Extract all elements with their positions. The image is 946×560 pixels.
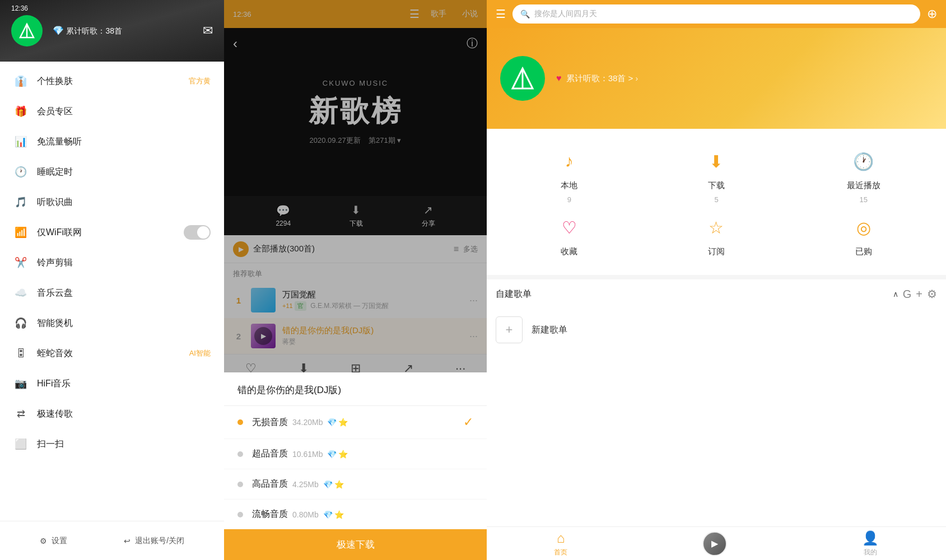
p3-listen-count: 累计听歌：38首 > xyxy=(566,73,633,83)
home-label: 首页 xyxy=(554,548,567,557)
wifi-icon: 📶 xyxy=(13,225,28,240)
diamond-icon: 💎 xyxy=(327,418,337,427)
home-icon: ⌂ xyxy=(557,530,565,546)
panel1-header: 12:36 💎 累计听歌：38首 ✉ xyxy=(0,0,224,62)
local-label: 本地 xyxy=(561,180,577,191)
menu-item-label: 睡眠定时 xyxy=(37,166,211,178)
menu-item-scan[interactable]: ⬜ 扫一扫 xyxy=(0,429,224,459)
favorite-label: 收藏 xyxy=(561,246,577,257)
star-icon-3: ⭐ xyxy=(334,480,344,489)
quality-size-smooth: 0.80Mb xyxy=(292,510,319,519)
menu-item-smart[interactable]: 🎧 智能煲机 xyxy=(0,308,224,338)
quality-list: 无损音质 34.20Mb 💎 ⭐ ✓ 超品音质 10.61Mb 💎 ⭐ xyxy=(224,406,487,529)
p3-menu-icon[interactable]: ☰ xyxy=(496,7,506,21)
menu-item-wifi[interactable]: 📶 仅WiFi联网 xyxy=(0,217,224,248)
p3-section-title: 自建歌单 xyxy=(496,288,888,300)
p3-avatar[interactable] xyxy=(500,56,545,101)
star-icon-2: ⭐ xyxy=(338,450,348,459)
quality-high[interactable]: 高品音质 4.25Mb 💎 ⭐ xyxy=(224,469,487,500)
player-thumbnail[interactable]: ▶ xyxy=(702,531,727,556)
menu-item-identify[interactable]: 🎵 听歌识曲 xyxy=(0,187,224,217)
p3-heart-icon: ♥ xyxy=(556,73,562,83)
purchased-icon: ◎ xyxy=(849,213,878,242)
menu-item-hifi[interactable]: 📷 HiFi音乐 xyxy=(0,368,224,399)
panel1-footer: ⚙ 设置 ↩ 退出账号/关闭 xyxy=(0,521,224,560)
recent-count: 15 xyxy=(859,195,867,204)
headphone-icon: 🎧 xyxy=(13,316,28,330)
quality-dot-high xyxy=(237,482,243,487)
settings-playlist-icon[interactable]: ⚙ xyxy=(927,287,937,301)
equalizer-icon: 🎛 xyxy=(13,346,28,361)
express-download-button[interactable]: 极速下载 xyxy=(224,529,487,560)
star-icon: ⭐ xyxy=(338,418,348,427)
quick-download[interactable]: ⬇ 下载 5 xyxy=(643,142,790,208)
quality-name-smooth: 流畅音质 xyxy=(252,508,288,520)
quick-local[interactable]: ♪ 本地 9 xyxy=(496,142,643,208)
logo-icon[interactable] xyxy=(11,15,43,46)
p3-add-button[interactable]: ⊕ xyxy=(927,7,937,21)
nav-player[interactable]: ▶ xyxy=(702,531,727,556)
menu-item-cloud[interactable]: ☁️ 音乐云盘 xyxy=(0,278,224,308)
add-playlist-icon[interactable]: + xyxy=(916,288,922,301)
chart-icon: 📊 xyxy=(13,134,28,149)
nav-my[interactable]: 👤 我的 xyxy=(862,530,879,557)
star-icon-4: ⭐ xyxy=(334,510,344,519)
recent-label: 最近播放 xyxy=(847,180,880,191)
quality-super[interactable]: 超品音质 10.61Mb 💎 ⭐ xyxy=(224,439,487,469)
menu-item-effect[interactable]: 🎛 蛭蛇音效 AI智能 xyxy=(0,338,224,368)
quality-dot-super xyxy=(237,451,243,457)
menu-item-skin[interactable]: 👔 个性换肤 官方黄 xyxy=(0,66,224,96)
p3-banner: ♥ 累计听歌：38首 > › xyxy=(487,28,946,129)
cloud-icon: ☁️ xyxy=(13,286,28,300)
menu-item-vip[interactable]: 🎁 会员专区 xyxy=(0,96,224,127)
my-icon: 👤 xyxy=(862,530,879,546)
quick-subscribe[interactable]: ☆ 订阅 xyxy=(643,208,790,262)
menu-item-label: 听歌识曲 xyxy=(37,197,211,208)
quality-dot-lossless xyxy=(237,419,243,425)
quick-recent[interactable]: 🕐 最近播放 15 xyxy=(790,142,937,208)
scissors-icon: ✂️ xyxy=(13,255,28,270)
subscribe-label: 订阅 xyxy=(708,246,725,257)
quality-size-super: 10.61Mb xyxy=(292,450,323,459)
menu-item-transfer[interactable]: ⇄ 极速传歌 xyxy=(0,399,224,429)
panel1-time: 12:36 xyxy=(11,4,28,12)
wifi-toggle[interactable] xyxy=(184,225,211,240)
logout-label: 退出账号/关闭 xyxy=(135,536,184,546)
diamond-icon-2: 💎 xyxy=(327,450,337,459)
google-icon[interactable]: G xyxy=(903,288,912,301)
settings-button[interactable]: ⚙ 设置 xyxy=(40,536,67,546)
menu-item-sleep[interactable]: 🕐 睡眠定时 xyxy=(0,157,224,187)
panel1-sidebar: 12:36 💎 累计听歌：38首 ✉ 👔 个性换肤 官方黄 🎁 会员专 xyxy=(0,0,224,560)
clock-icon: 🕐 xyxy=(13,165,28,179)
scan-icon: ⬜ xyxy=(13,437,28,451)
quick-favorite[interactable]: ♡ 收藏 xyxy=(496,208,643,262)
mail-icon[interactable]: ✉ xyxy=(203,24,213,38)
my-label: 我的 xyxy=(864,548,877,557)
quality-badge-smooth: 💎 ⭐ xyxy=(323,510,344,519)
panel3-library: ☰ 🔍 搜你是人间四月天 ⊕ ♥ 累计听歌：38首 > › ♪ 本地 xyxy=(487,0,946,560)
menu-item-free[interactable]: 📊 免流量畅听 xyxy=(0,127,224,157)
recent-icon: 🕐 xyxy=(849,147,878,176)
menu-item-ringtone[interactable]: ✂️ 铃声剪辑 xyxy=(0,248,224,278)
quality-lossless[interactable]: 无损音质 34.20Mb 💎 ⭐ ✓ xyxy=(224,406,487,439)
p3-bottom-nav: ⌂ 首页 ▶ 👤 我的 xyxy=(487,526,946,560)
p3-topbar: ☰ 🔍 搜你是人间四月天 ⊕ xyxy=(487,0,946,28)
quick-purchased[interactable]: ◎ 已购 xyxy=(790,208,937,262)
hifi-icon: 📷 xyxy=(13,376,28,391)
menu-item-label: 免流量畅听 xyxy=(37,136,211,148)
menu-list: 👔 个性换肤 官方黄 🎁 会员专区 📊 免流量畅听 🕐 睡眠定时 🎵 听歌识曲 … xyxy=(0,62,224,521)
quality-smooth[interactable]: 流畅音质 0.80Mb 💎 ⭐ xyxy=(224,500,487,529)
p3-search-bar[interactable]: 🔍 搜你是人间四月天 xyxy=(512,4,920,24)
popup-song-header: 错的是你伤的是我(DJ版) xyxy=(224,372,487,406)
listen-count: 累计听歌：38首 xyxy=(66,26,122,35)
p3-section-header: 自建歌单 ∧ G + ⚙ xyxy=(496,279,937,309)
purchased-label: 已购 xyxy=(855,246,872,257)
favorite-icon: ♡ xyxy=(554,213,584,242)
logout-button[interactable]: ↩ 退出账号/关闭 xyxy=(124,536,184,546)
download-popup-overlay[interactable]: 错的是你伤的是我(DJ版) 无损音质 34.20Mb 💎 ⭐ ✓ 超品音质 xyxy=(224,0,487,560)
effect-badge: AI智能 xyxy=(189,348,211,358)
new-playlist-button[interactable]: + 新建歌单 xyxy=(496,309,937,351)
nav-home[interactable]: ⌂ 首页 xyxy=(554,530,567,557)
new-playlist-plus-icon: + xyxy=(496,316,523,343)
menu-item-label: 极速传歌 xyxy=(37,408,211,420)
